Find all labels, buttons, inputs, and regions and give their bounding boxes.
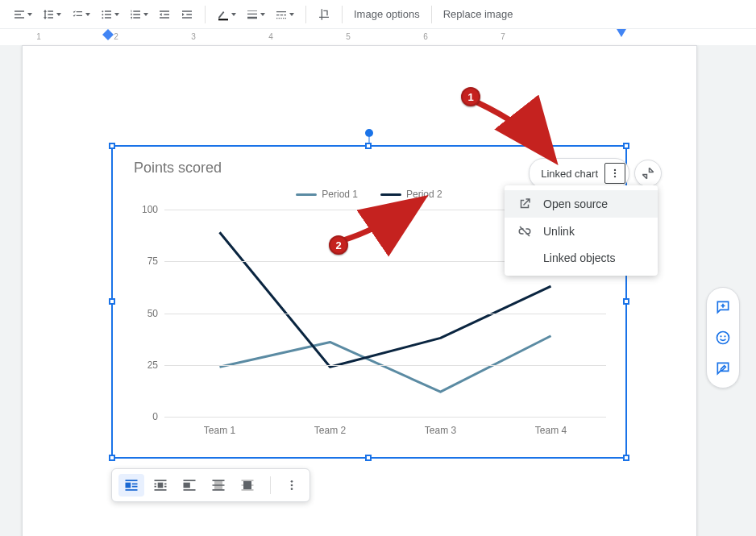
svg-point-11 [291, 488, 293, 490]
wrap-inline-button[interactable] [118, 474, 144, 497]
align-button[interactable] [10, 5, 35, 24]
checklist-button[interactable] [68, 5, 93, 24]
line-spacing-button[interactable] [39, 5, 64, 24]
collapse-chip-button[interactable] [634, 160, 662, 187]
chart-y-tick-label: 25 [147, 359, 158, 371]
chart-gridline [164, 417, 606, 418]
annotation-badge: 2 [329, 235, 348, 255]
break-text-button[interactable] [177, 474, 202, 497]
ruler-tick-label: 6 [423, 32, 428, 41]
suggest-edits-button[interactable] [715, 360, 731, 376]
linked-chart-chip-label: Linked chart [541, 168, 598, 180]
toolbar-divider [270, 476, 271, 494]
add-comment-button[interactable] [715, 299, 731, 315]
chart-gridline [164, 365, 606, 366]
format-toolbar: Image options Replace image [0, 0, 756, 29]
border-weight-button[interactable] [243, 5, 268, 24]
resize-handle-tl[interactable] [109, 143, 115, 149]
svg-point-9 [291, 480, 293, 483]
linked-chart-chip-row: Linked chart [529, 158, 662, 189]
ruler-tick-label: 2 [114, 32, 118, 41]
toolbar-divider [305, 6, 306, 23]
chart-series-line [220, 232, 551, 367]
chart-y-tick-label: 100 [142, 204, 158, 215]
open-external-icon [517, 197, 532, 211]
replace-image-button[interactable]: Replace image [443, 8, 513, 20]
legend-item: Period 1 [296, 189, 358, 200]
horizontal-ruler: 1 2 3 4 5 6 7 [0, 29, 756, 45]
annotation-badge: 1 [461, 87, 480, 106]
chart-x-tick-label: Team 2 [314, 425, 346, 436]
svg-point-13 [720, 335, 721, 337]
bulleted-list-button[interactable] [97, 5, 123, 24]
menu-item-label: Unlink [543, 225, 575, 238]
in-front-text-button[interactable] [235, 474, 260, 497]
svg-rect-0 [218, 19, 228, 20]
resize-handle-b[interactable] [365, 455, 372, 461]
image-layout-toolbar [111, 468, 310, 502]
chart-x-tick-label: Team 1 [204, 425, 235, 436]
ruler-tick-label: 1 [36, 32, 41, 41]
ruler-tick-label: 7 [501, 32, 505, 41]
linked-chart-options-button[interactable] [604, 163, 625, 184]
svg-point-14 [724, 335, 725, 337]
resize-handle-r[interactable] [623, 298, 629, 305]
menu-open-source[interactable]: Open source [505, 190, 658, 218]
chart-gridline [164, 314, 606, 314]
chart-y-tick-label: 0 [152, 411, 158, 422]
indent-marker-left[interactable] [102, 29, 114, 40]
menu-linked-objects[interactable]: Linked objects [505, 245, 658, 271]
svg-point-3 [614, 176, 616, 177]
ruler-tick-label: 5 [346, 32, 351, 41]
increase-indent-button[interactable] [177, 5, 197, 24]
side-action-rail [706, 287, 740, 388]
menu-item-label: Open source [543, 197, 608, 210]
wrap-text-button[interactable] [147, 474, 173, 497]
svg-point-1 [614, 169, 616, 171]
chart-title: Points scored [134, 160, 222, 177]
toolbar-divider [342, 6, 343, 23]
behind-text-button[interactable] [206, 474, 231, 497]
ruler-tick-label: 4 [268, 32, 273, 41]
resize-handle-br[interactable] [623, 455, 629, 461]
linked-chart-object[interactable]: Points scored Period 1 Period 2 02550751… [111, 145, 627, 459]
image-options-button[interactable]: Image options [354, 8, 420, 20]
menu-item-label: Linked objects [543, 251, 616, 264]
decrease-indent-button[interactable] [155, 5, 174, 24]
legend-item: Period 2 [380, 189, 442, 200]
svg-point-2 [614, 172, 616, 174]
image-more-button[interactable] [280, 476, 303, 495]
rotate-handle[interactable] [365, 129, 373, 137]
chart-y-tick-label: 75 [147, 256, 158, 267]
chart-x-tick-label: Team 4 [535, 425, 567, 436]
chart-x-tick-label: Team 3 [425, 425, 456, 436]
resize-handle-tr[interactable] [623, 143, 629, 149]
canvas: Points scored Period 1 Period 2 02550751… [0, 45, 756, 536]
resize-handle-bl[interactable] [109, 455, 115, 461]
toolbar-divider [205, 6, 206, 23]
add-reaction-button[interactable] [715, 330, 731, 346]
toolbar-divider [431, 6, 432, 23]
menu-unlink[interactable]: Unlink [505, 218, 658, 245]
svg-rect-6 [184, 483, 190, 488]
svg-point-12 [717, 332, 729, 344]
border-dash-button[interactable] [272, 5, 297, 24]
resize-handle-t[interactable] [365, 143, 372, 149]
unlink-icon [517, 224, 532, 239]
numbered-list-button[interactable] [126, 5, 152, 24]
ruler-tick-label: 3 [191, 32, 196, 41]
svg-rect-5 [158, 483, 164, 488]
linked-chart-chip: Linked chart [529, 158, 629, 189]
linked-chart-menu: Open source Unlink Linked objects [505, 185, 658, 276]
border-color-button[interactable] [214, 5, 239, 24]
svg-rect-4 [126, 483, 131, 488]
svg-rect-8 [243, 481, 251, 489]
resize-handle-l[interactable] [109, 298, 115, 305]
chart-series-line [220, 336, 551, 392]
svg-point-10 [291, 484, 293, 487]
chart-y-tick-label: 50 [147, 308, 158, 319]
indent-marker-right[interactable] [617, 29, 626, 37]
crop-button[interactable] [314, 5, 334, 24]
